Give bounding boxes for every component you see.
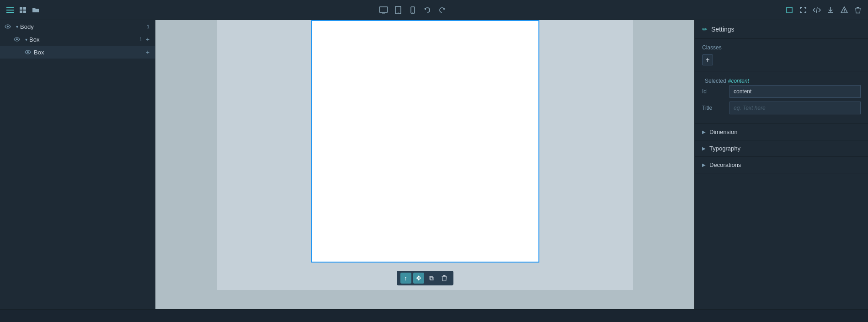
left-panel: ▾ Body 1 ▾ Box 1 + B xyxy=(0,20,155,309)
arrow-icon-body: ▾ xyxy=(14,23,20,30)
id-field-row: Id xyxy=(702,85,861,98)
arrow-icon-box1: ▾ xyxy=(23,36,29,43)
svg-rect-1 xyxy=(6,10,14,11)
download-icon[interactable] xyxy=(826,5,835,15)
layer-box2-label: Box xyxy=(34,49,144,56)
settings-pencil-icon: ✏ xyxy=(702,26,708,33)
selected-label: Selected xyxy=(705,78,726,84)
svg-rect-2 xyxy=(6,12,14,13)
svg-point-22 xyxy=(16,38,18,40)
folder-icon[interactable] xyxy=(31,5,40,15)
accordion-arrow-decorations: ▶ xyxy=(702,162,706,167)
svg-rect-4 xyxy=(23,7,26,10)
warning-icon[interactable] xyxy=(840,5,849,15)
classes-section: Classes + xyxy=(695,39,868,71)
svg-point-23 xyxy=(27,51,29,53)
accordion-typography-label: Typography xyxy=(709,145,740,152)
selected-badge: Selected #content xyxy=(702,77,752,85)
svg-rect-17 xyxy=(844,9,845,11)
accordion-decorations[interactable]: ▶ Decorations xyxy=(695,157,868,173)
svg-rect-0 xyxy=(6,7,14,8)
svg-point-10 xyxy=(398,12,399,13)
layer-body-count: 1 xyxy=(147,24,149,29)
toolbar-right xyxy=(785,5,863,15)
settings-title: Settings xyxy=(711,26,735,33)
selected-section: Selected #content Id Title xyxy=(695,71,868,124)
title-label: Title xyxy=(702,105,730,111)
layer-box-2[interactable]: Box + xyxy=(0,46,155,59)
layer-body[interactable]: ▾ Body 1 xyxy=(0,20,155,33)
canvas-page[interactable] xyxy=(311,20,539,263)
float-copy-button[interactable]: ⧉ xyxy=(426,273,437,284)
eye-icon-box2[interactable] xyxy=(24,48,32,56)
title-field-row: Title xyxy=(702,102,861,114)
accordion-decorations-label: Decorations xyxy=(709,161,741,168)
layer-box-1[interactable]: ▾ Box 1 + xyxy=(0,33,155,46)
float-delete-button[interactable] xyxy=(439,273,450,284)
right-panel: ✏ Settings Classes + Selected #content I… xyxy=(694,20,868,309)
top-toolbar xyxy=(0,0,868,20)
svg-rect-25 xyxy=(443,275,445,276)
layer-box1-count: 1 xyxy=(139,37,142,42)
svg-rect-19 xyxy=(855,8,861,9)
add-icon-box1[interactable]: + xyxy=(144,36,151,43)
box-outline-icon[interactable] xyxy=(785,5,794,15)
svg-rect-20 xyxy=(857,7,859,8)
float-up-button[interactable]: ↑ xyxy=(400,273,411,284)
code-icon[interactable] xyxy=(812,5,821,15)
toolbar-left xyxy=(5,5,40,15)
canvas-area[interactable]: ↑ ✥ ⧉ xyxy=(155,20,694,309)
svg-rect-24 xyxy=(442,276,447,277)
undo-icon[interactable] xyxy=(423,5,432,15)
id-input[interactable] xyxy=(730,85,861,98)
accordion-dimension[interactable]: ▶ Dimension xyxy=(695,124,868,140)
id-label: Id xyxy=(702,88,730,95)
accordion-arrow-dimension: ▶ xyxy=(702,129,706,134)
svg-rect-5 xyxy=(20,11,22,13)
float-move-button[interactable]: ✥ xyxy=(413,273,424,284)
accordion-typography[interactable]: ▶ Typography xyxy=(695,140,868,157)
grid-icon[interactable] xyxy=(18,5,27,15)
delete-icon[interactable] xyxy=(853,5,863,15)
title-input[interactable] xyxy=(730,102,861,114)
svg-rect-8 xyxy=(382,13,385,14)
redo-icon[interactable] xyxy=(437,5,447,15)
svg-point-12 xyxy=(412,12,413,12)
layer-body-label: Body xyxy=(20,23,147,30)
canvas-float-toolbar: ↑ ✥ ⧉ xyxy=(397,271,453,285)
add-icon-box2[interactable]: + xyxy=(144,48,151,56)
svg-point-21 xyxy=(7,26,9,27)
eye-icon-box1[interactable] xyxy=(13,35,21,43)
desktop-icon[interactable] xyxy=(379,5,388,15)
svg-rect-16 xyxy=(828,12,833,13)
tablet-icon[interactable] xyxy=(394,5,403,15)
menu-icon[interactable] xyxy=(5,5,15,15)
toolbar-center xyxy=(379,5,447,15)
accordion-arrow-typography: ▶ xyxy=(702,146,706,151)
svg-rect-15 xyxy=(787,7,792,13)
mobile-icon[interactable] xyxy=(408,5,417,15)
svg-rect-3 xyxy=(20,7,22,10)
svg-rect-7 xyxy=(379,7,388,12)
settings-header: ✏ Settings xyxy=(695,20,868,39)
svg-rect-6 xyxy=(23,11,26,13)
layer-box1-label: Box xyxy=(29,36,139,43)
main-area: ▾ Body 1 ▾ Box 1 + B xyxy=(0,20,868,309)
fullscreen-icon[interactable] xyxy=(799,5,808,15)
accordion-dimension-label: Dimension xyxy=(709,129,737,135)
classes-label: Classes xyxy=(702,44,861,51)
classes-add-button[interactable]: + xyxy=(702,54,713,65)
canvas-outer: ↑ ✥ ⧉ xyxy=(217,20,633,290)
bottom-bar xyxy=(0,309,868,322)
selected-id: #content xyxy=(728,78,749,84)
svg-rect-18 xyxy=(844,11,845,12)
eye-icon-body[interactable] xyxy=(4,22,12,31)
